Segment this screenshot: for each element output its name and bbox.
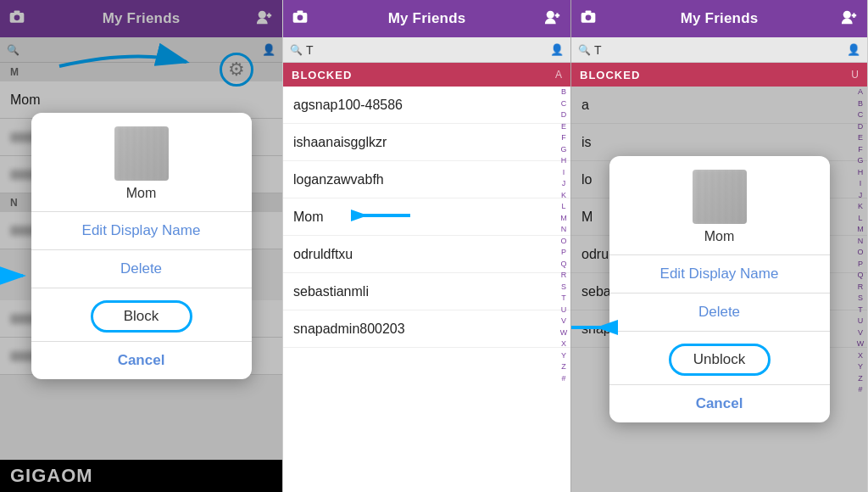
add-friend-icon-2[interactable] <box>543 8 562 30</box>
cancel-button-3[interactable]: Cancel <box>609 385 830 422</box>
al-J: J <box>562 178 566 190</box>
al-C: C <box>561 98 567 110</box>
search-row-3: 🔍 T 👤 <box>571 37 867 63</box>
panel3-list-area: a is lo M odruldrtxu sebastianmli snapad… <box>571 87 867 492</box>
blocked-banner-letter-3: U <box>851 69 859 81</box>
al-O: O <box>560 236 566 248</box>
contact-ishaan[interactable]: ishaanaisgglkzr <box>283 124 570 161</box>
camera-icon-3 <box>580 8 597 30</box>
modal-name-3: Mom <box>704 229 735 244</box>
al-W: W <box>560 327 568 339</box>
person-icon-3: 👤 <box>847 43 860 56</box>
panel-2-header: My Friends <box>283 0 570 37</box>
contact-snapadmin[interactable]: snapadmin800203 <box>283 310 570 348</box>
delete-button-1[interactable]: Delete <box>31 250 252 288</box>
al-Q: Q <box>560 259 566 271</box>
al-H: H <box>561 155 567 167</box>
al-D: D <box>561 109 567 121</box>
add-friend-icon-3[interactable] <box>840 8 859 30</box>
panel-3-header: My Friends <box>571 0 867 37</box>
al-V: V <box>561 316 566 327</box>
modal-overlay-3: Mom Edit Display Name Delete Unblock Can… <box>571 87 867 492</box>
al-I: I <box>563 167 565 179</box>
contact-odruldf-name: odruldftxu <box>293 247 353 262</box>
modal-overlay-1: Mom Edit Display Name Delete Block Cance… <box>0 0 282 492</box>
contact-logan[interactable]: loganzawvabfh <box>283 161 570 198</box>
modal-avatar-3 <box>693 170 747 224</box>
al-F: F <box>561 132 566 144</box>
al-T: T <box>561 293 566 305</box>
contact-agsnap-name: agsnap100-48586 <box>293 98 403 113</box>
avatar-blur-3 <box>693 170 747 224</box>
person-icon-2: 👤 <box>550 43 564 56</box>
contact-snapadmin-name: snapadmin800203 <box>293 321 405 337</box>
contact-logan-name: loganzawvabfh <box>293 172 384 187</box>
blocked-label-3: BLOCKED <box>580 69 640 81</box>
contact-sebastian-name: sebastianmli <box>293 284 369 299</box>
panel-3-title: My Friends <box>681 10 759 27</box>
modal-3: Mom Edit Display Name Delete Unblock Can… <box>609 156 830 422</box>
al-P: P <box>561 247 566 259</box>
alpha-sidebar-2: B C D E F G H I J K L M N O P Q R S T U … <box>557 87 570 492</box>
al-R: R <box>561 270 567 282</box>
al-M: M <box>560 213 567 225</box>
panel-2-title: My Friends <box>388 10 466 27</box>
unblock-label: Unblock <box>693 351 745 368</box>
al-S: S <box>561 282 566 294</box>
camera-icon-2 <box>292 8 309 30</box>
al-Z: Z <box>561 361 566 373</box>
al-B: B <box>561 87 566 98</box>
block-button[interactable]: Block <box>91 300 192 333</box>
al-G: G <box>560 144 566 156</box>
arrow-to-block <box>0 254 40 300</box>
modal-1: Mom Edit Display Name Delete Block Cance… <box>31 113 252 379</box>
blocked-banner-letter-2: A <box>555 69 562 81</box>
contact-mom-name-2: Mom <box>293 210 324 225</box>
al-hash: # <box>561 373 565 385</box>
svg-point-16 <box>586 14 592 20</box>
blocked-banner-3: BLOCKED U <box>571 63 867 87</box>
edit-display-name-button-1[interactable]: Edit Display Name <box>31 212 252 249</box>
al-K: K <box>561 190 566 202</box>
contact-agsnap[interactable]: agsnap100-48586 <box>283 87 570 124</box>
unblock-button[interactable]: Unblock <box>669 344 771 376</box>
search-text-2: T <box>306 43 314 57</box>
svg-point-11 <box>547 10 554 18</box>
al-E: E <box>561 121 566 133</box>
al-N: N <box>561 224 567 236</box>
avatar-blur <box>114 126 169 181</box>
contact-mom-2[interactable]: Mom <box>283 198 570 236</box>
contact-mom-row: Mom <box>283 198 570 236</box>
search-row-2: 🔍 T 👤 <box>283 37 570 63</box>
svg-point-9 <box>298 14 303 20</box>
panel-2: My Friends 🔍 T 👤 BLOCKED A agsnap100-485… <box>283 0 571 492</box>
arrow-to-unblock <box>571 306 618 352</box>
contact-ishaan-name: ishaanaisgglkzr <box>293 135 387 150</box>
panel-1: My Friends 🔍 👤 M Mom N <box>0 0 283 492</box>
edit-display-name-button-3[interactable]: Edit Display Name <box>609 255 830 293</box>
search-icon-2: 🔍 <box>290 44 303 56</box>
block-label: Block <box>124 308 159 325</box>
search-icon-3: 🔍 <box>578 44 591 56</box>
modal-avatar-1 <box>114 126 169 181</box>
al-Y: Y <box>561 350 566 362</box>
contact-sebastian[interactable]: sebastianmli <box>283 273 570 310</box>
al-U: U <box>561 305 567 316</box>
al-X: X <box>561 338 566 350</box>
al-L: L <box>561 201 565 213</box>
contact-odruldf[interactable]: odruldftxu <box>283 236 570 273</box>
search-text-3: T <box>594 43 602 57</box>
svg-rect-17 <box>586 10 592 13</box>
blocked-label-2: BLOCKED <box>292 69 352 81</box>
contact-list-2[interactable]: agsnap100-48586 ishaanaisgglkzr loganzaw… <box>283 87 570 492</box>
svg-rect-10 <box>298 10 303 13</box>
blocked-banner-2: BLOCKED A <box>283 63 570 87</box>
cancel-button-1[interactable]: Cancel <box>31 342 252 379</box>
modal-name-1: Mom <box>126 186 157 201</box>
svg-point-18 <box>843 10 851 18</box>
panel-3: My Friends 🔍 T 👤 BLOCKED U a is lo M <box>571 0 868 492</box>
delete-button-3[interactable]: Delete <box>609 294 830 331</box>
arrow-to-mom <box>351 203 419 232</box>
